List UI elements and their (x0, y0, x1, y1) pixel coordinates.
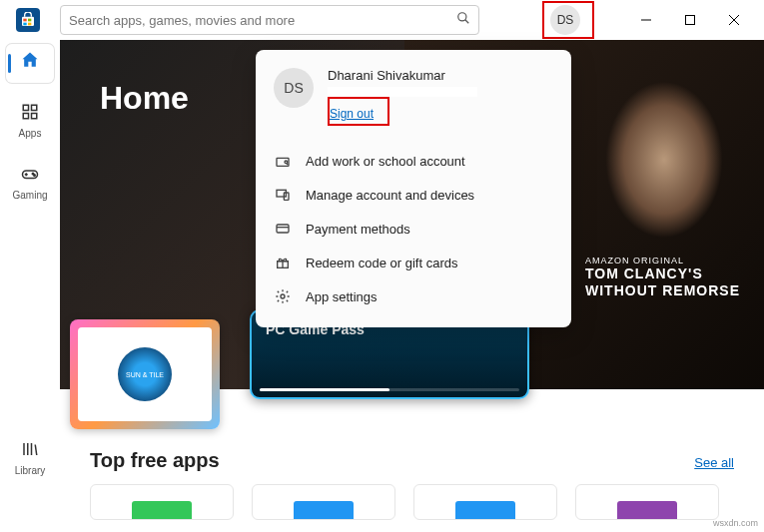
sidebar-item-library[interactable]: Library (6, 434, 54, 482)
credit-card-icon (274, 221, 292, 237)
profile-menu-list: Add work or school account Manage accoun… (256, 138, 571, 319)
menu-manage-account[interactable]: Manage account and devices (256, 178, 571, 212)
svg-point-19 (34, 175, 36, 177)
menu-item-label: App settings (306, 289, 378, 304)
app-tile[interactable] (413, 484, 557, 520)
svg-rect-14 (32, 114, 37, 119)
svg-line-26 (287, 164, 288, 165)
section-title: Top free apps (90, 449, 220, 472)
svg-rect-13 (23, 114, 28, 119)
profile-avatar: DS (274, 68, 314, 108)
profile-dropdown: DS Dharani Shivakumar Sign out Add work … (256, 50, 571, 327)
sidebar: Apps Gaming Library (0, 40, 60, 532)
sidebar-item-label: Library (15, 465, 46, 476)
svg-point-25 (285, 161, 288, 164)
svg-rect-8 (686, 16, 695, 25)
sidebar-item-apps[interactable]: Apps (6, 97, 54, 145)
avatar-highlight: DS (542, 1, 594, 39)
svg-rect-11 (23, 105, 28, 110)
close-button[interactable] (712, 5, 756, 35)
minimize-button[interactable] (624, 5, 668, 35)
menu-app-settings[interactable]: App settings (256, 279, 571, 313)
profile-name: Dharani Shivakumar (328, 68, 477, 83)
watermark: wsxdn.com (713, 518, 758, 528)
menu-item-label: Redeem code or gift cards (306, 256, 457, 270)
svg-rect-4 (28, 23, 31, 26)
promo-badge: SUN & TILE (118, 347, 172, 401)
search-box[interactable] (60, 5, 479, 35)
signout-highlight: Sign out (328, 97, 389, 126)
hero-movie-sublabel: AMAZON ORIGINAL TOM CLANCY'S WITHOUT REM… (585, 256, 740, 299)
apps-icon (21, 103, 39, 126)
app-tile[interactable] (252, 484, 395, 520)
gear-icon (274, 288, 292, 304)
svg-rect-12 (32, 105, 37, 110)
home-icon (20, 50, 40, 75)
profile-avatar-button[interactable]: DS (550, 5, 580, 35)
devices-icon (274, 187, 292, 203)
gift-icon (274, 255, 292, 270)
library-icon (21, 440, 39, 463)
hero-promo-card[interactable]: SUN & TILE (70, 319, 220, 429)
svg-point-5 (458, 13, 466, 21)
menu-item-label: Manage account and devices (306, 188, 474, 203)
sidebar-item-gaming[interactable]: Gaming (6, 159, 54, 207)
maximize-button[interactable] (668, 5, 712, 35)
menu-add-work-school[interactable]: Add work or school account (256, 144, 571, 178)
menu-payment-methods[interactable]: Payment methods (256, 212, 571, 246)
menu-item-label: Payment methods (306, 222, 410, 237)
see-all-link[interactable]: See all (694, 455, 734, 470)
page-title: Home (100, 80, 189, 117)
gaming-icon (21, 165, 39, 188)
svg-point-34 (281, 294, 285, 298)
search-icon[interactable] (456, 11, 470, 29)
title-bar: DS (0, 0, 764, 40)
sidebar-item-label: Apps (19, 128, 42, 139)
svg-line-6 (465, 20, 469, 24)
svg-rect-1 (23, 19, 26, 22)
briefcase-icon (274, 153, 292, 169)
menu-redeem-code[interactable]: Redeem code or gift cards (256, 246, 571, 279)
store-app-icon (16, 8, 40, 32)
app-tile[interactable] (90, 484, 234, 520)
sidebar-item-home[interactable] (6, 44, 54, 83)
hero-sublabel-line: WITHOUT REMORSE (585, 282, 740, 299)
profile-header: DS Dharani Shivakumar Sign out (256, 64, 571, 138)
window-controls (624, 5, 756, 35)
search-input[interactable] (69, 13, 456, 28)
svg-rect-2 (28, 19, 31, 22)
app-tile-row (90, 484, 734, 520)
app-tile[interactable] (575, 484, 719, 520)
svg-rect-3 (23, 23, 26, 26)
sign-out-link[interactable]: Sign out (330, 107, 374, 121)
svg-line-23 (35, 445, 37, 456)
gamepass-progress (260, 388, 519, 391)
sidebar-item-label: Gaming (12, 190, 47, 201)
profile-email (328, 87, 477, 97)
hero-sublabel-line: TOM CLANCY'S (585, 266, 740, 282)
hero-sublabel-line: AMAZON ORIGINAL (585, 256, 740, 266)
svg-rect-29 (277, 225, 289, 233)
menu-item-label: Add work or school account (306, 154, 465, 169)
